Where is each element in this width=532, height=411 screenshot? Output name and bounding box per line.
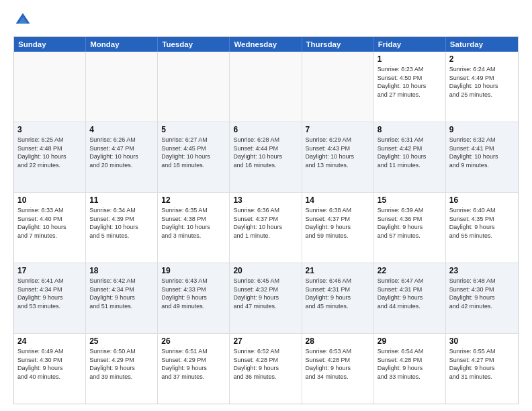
day-number: 17	[17, 266, 82, 275]
day-number: 13	[233, 195, 298, 205]
cal-header-sunday: Sunday	[14, 37, 86, 52]
cal-cell-empty	[86, 52, 158, 122]
cal-cell-day-25: 25Sunrise: 6:50 AM Sunset: 4:29 PM Dayli…	[86, 334, 158, 404]
day-info: Sunrise: 6:43 AM Sunset: 4:33 PM Dayligh…	[161, 277, 226, 310]
cal-cell-day-7: 7Sunrise: 6:29 AM Sunset: 4:43 PM Daylig…	[302, 122, 374, 192]
cal-cell-day-30: 30Sunrise: 6:55 AM Sunset: 4:27 PM Dayli…	[446, 334, 518, 404]
day-info: Sunrise: 6:53 AM Sunset: 4:28 PM Dayligh…	[306, 347, 370, 381]
day-number: 18	[89, 266, 154, 275]
day-info: Sunrise: 6:33 AM Sunset: 4:40 PM Dayligh…	[17, 206, 82, 240]
cal-cell-day-19: 19Sunrise: 6:43 AM Sunset: 4:33 PM Dayli…	[158, 263, 230, 333]
day-info: Sunrise: 6:27 AM Sunset: 4:45 PM Dayligh…	[161, 136, 226, 169]
cal-cell-day-16: 16Sunrise: 6:40 AM Sunset: 4:35 PM Dayli…	[446, 193, 518, 263]
day-number: 11	[89, 195, 154, 205]
day-number: 21	[306, 266, 370, 275]
day-info: Sunrise: 6:49 AM Sunset: 4:30 PM Dayligh…	[17, 347, 82, 381]
cal-cell-day-3: 3Sunrise: 6:25 AM Sunset: 4:48 PM Daylig…	[14, 122, 86, 192]
calendar: SundayMondayTuesdayWednesdayThursdayFrid…	[13, 36, 519, 404]
cal-week-5: 24Sunrise: 6:49 AM Sunset: 4:30 PM Dayli…	[14, 334, 518, 404]
cal-header-thursday: Thursday	[302, 37, 374, 52]
cal-cell-day-4: 4Sunrise: 6:26 AM Sunset: 4:47 PM Daylig…	[86, 122, 158, 192]
day-info: Sunrise: 6:29 AM Sunset: 4:43 PM Dayligh…	[306, 136, 370, 169]
cal-cell-day-2: 2Sunrise: 6:24 AM Sunset: 4:49 PM Daylig…	[446, 52, 518, 122]
day-info: Sunrise: 6:42 AM Sunset: 4:34 PM Dayligh…	[89, 277, 154, 310]
cal-cell-day-17: 17Sunrise: 6:41 AM Sunset: 4:34 PM Dayli…	[14, 263, 86, 333]
cal-cell-day-1: 1Sunrise: 6:23 AM Sunset: 4:50 PM Daylig…	[374, 52, 446, 122]
cal-week-1: 1Sunrise: 6:23 AM Sunset: 4:50 PM Daylig…	[14, 52, 518, 122]
logo-icon	[13, 11, 32, 30]
page: SundayMondayTuesdayWednesdayThursdayFrid…	[0, 0, 532, 411]
day-info: Sunrise: 6:39 AM Sunset: 4:36 PM Dayligh…	[378, 206, 442, 240]
day-number: 16	[449, 195, 515, 205]
cal-cell-day-13: 13Sunrise: 6:36 AM Sunset: 4:37 PM Dayli…	[230, 193, 302, 263]
day-info: Sunrise: 6:47 AM Sunset: 4:31 PM Dayligh…	[378, 277, 442, 310]
day-info: Sunrise: 6:54 AM Sunset: 4:28 PM Dayligh…	[378, 347, 442, 381]
day-number: 26	[161, 336, 226, 346]
day-info: Sunrise: 6:34 AM Sunset: 4:39 PM Dayligh…	[89, 206, 154, 240]
cal-cell-day-11: 11Sunrise: 6:34 AM Sunset: 4:39 PM Dayli…	[86, 193, 158, 263]
day-number: 8	[378, 125, 442, 134]
day-number: 12	[161, 195, 226, 205]
day-info: Sunrise: 6:26 AM Sunset: 4:47 PM Dayligh…	[89, 136, 154, 169]
day-number: 22	[378, 266, 442, 275]
day-number: 25	[89, 336, 154, 346]
cal-cell-day-18: 18Sunrise: 6:42 AM Sunset: 4:34 PM Dayli…	[86, 263, 158, 333]
cal-cell-day-20: 20Sunrise: 6:45 AM Sunset: 4:32 PM Dayli…	[230, 263, 302, 333]
day-info: Sunrise: 6:46 AM Sunset: 4:31 PM Dayligh…	[306, 277, 370, 310]
cal-cell-day-27: 27Sunrise: 6:52 AM Sunset: 4:28 PM Dayli…	[230, 334, 302, 404]
day-number: 4	[89, 125, 154, 134]
cal-week-4: 17Sunrise: 6:41 AM Sunset: 4:34 PM Dayli…	[14, 263, 518, 334]
cal-cell-day-22: 22Sunrise: 6:47 AM Sunset: 4:31 PM Dayli…	[374, 263, 446, 333]
day-number: 19	[161, 266, 226, 275]
day-info: Sunrise: 6:31 AM Sunset: 4:42 PM Dayligh…	[378, 136, 442, 169]
cal-cell-day-9: 9Sunrise: 6:32 AM Sunset: 4:41 PM Daylig…	[446, 122, 518, 192]
cal-cell-day-29: 29Sunrise: 6:54 AM Sunset: 4:28 PM Dayli…	[374, 334, 446, 404]
day-info: Sunrise: 6:32 AM Sunset: 4:41 PM Dayligh…	[449, 136, 515, 169]
day-info: Sunrise: 6:41 AM Sunset: 4:34 PM Dayligh…	[17, 277, 82, 310]
cal-cell-day-12: 12Sunrise: 6:35 AM Sunset: 4:38 PM Dayli…	[158, 193, 230, 263]
day-number: 30	[449, 336, 515, 346]
cal-cell-empty	[302, 52, 374, 122]
cal-cell-day-21: 21Sunrise: 6:46 AM Sunset: 4:31 PM Dayli…	[302, 263, 374, 333]
cal-cell-empty	[158, 52, 230, 122]
cal-cell-day-24: 24Sunrise: 6:49 AM Sunset: 4:30 PM Dayli…	[14, 334, 86, 404]
day-info: Sunrise: 6:24 AM Sunset: 4:49 PM Dayligh…	[449, 65, 515, 99]
cal-cell-day-23: 23Sunrise: 6:48 AM Sunset: 4:30 PM Dayli…	[446, 263, 518, 333]
cal-cell-day-5: 5Sunrise: 6:27 AM Sunset: 4:45 PM Daylig…	[158, 122, 230, 192]
day-info: Sunrise: 6:25 AM Sunset: 4:48 PM Dayligh…	[17, 136, 82, 169]
day-info: Sunrise: 6:45 AM Sunset: 4:32 PM Dayligh…	[233, 277, 298, 310]
day-number: 5	[161, 125, 226, 134]
cal-header-friday: Friday	[374, 37, 446, 52]
day-number: 10	[17, 195, 82, 205]
day-number: 2	[449, 54, 515, 64]
day-number: 14	[306, 195, 370, 205]
day-info: Sunrise: 6:28 AM Sunset: 4:44 PM Dayligh…	[233, 136, 298, 169]
cal-cell-day-26: 26Sunrise: 6:51 AM Sunset: 4:29 PM Dayli…	[158, 334, 230, 404]
day-info: Sunrise: 6:23 AM Sunset: 4:50 PM Dayligh…	[378, 65, 442, 99]
day-info: Sunrise: 6:38 AM Sunset: 4:37 PM Dayligh…	[306, 206, 370, 240]
cal-cell-day-28: 28Sunrise: 6:53 AM Sunset: 4:28 PM Dayli…	[302, 334, 374, 404]
day-info: Sunrise: 6:50 AM Sunset: 4:29 PM Dayligh…	[89, 347, 154, 381]
day-number: 29	[378, 336, 442, 346]
cal-week-2: 3Sunrise: 6:25 AM Sunset: 4:48 PM Daylig…	[14, 122, 518, 193]
day-number: 28	[306, 336, 370, 346]
day-info: Sunrise: 6:52 AM Sunset: 4:28 PM Dayligh…	[233, 347, 298, 381]
day-number: 3	[17, 125, 82, 134]
cal-header-saturday: Saturday	[446, 37, 518, 52]
day-number: 23	[449, 266, 515, 275]
day-info: Sunrise: 6:35 AM Sunset: 4:38 PM Dayligh…	[161, 206, 226, 240]
day-number: 20	[233, 266, 298, 275]
day-number: 27	[233, 336, 298, 346]
day-number: 6	[233, 125, 298, 134]
cal-week-3: 10Sunrise: 6:33 AM Sunset: 4:40 PM Dayli…	[14, 193, 518, 263]
header	[13, 11, 519, 30]
calendar-header-row: SundayMondayTuesdayWednesdayThursdayFrid…	[14, 37, 518, 52]
cal-cell-empty	[14, 52, 86, 122]
day-number: 24	[17, 336, 82, 346]
day-number: 7	[306, 125, 370, 134]
day-number: 15	[378, 195, 442, 205]
cal-header-monday: Monday	[86, 37, 158, 52]
cal-cell-empty	[230, 52, 302, 122]
cal-cell-day-15: 15Sunrise: 6:39 AM Sunset: 4:36 PM Dayli…	[374, 193, 446, 263]
calendar-body: 1Sunrise: 6:23 AM Sunset: 4:50 PM Daylig…	[14, 52, 518, 404]
